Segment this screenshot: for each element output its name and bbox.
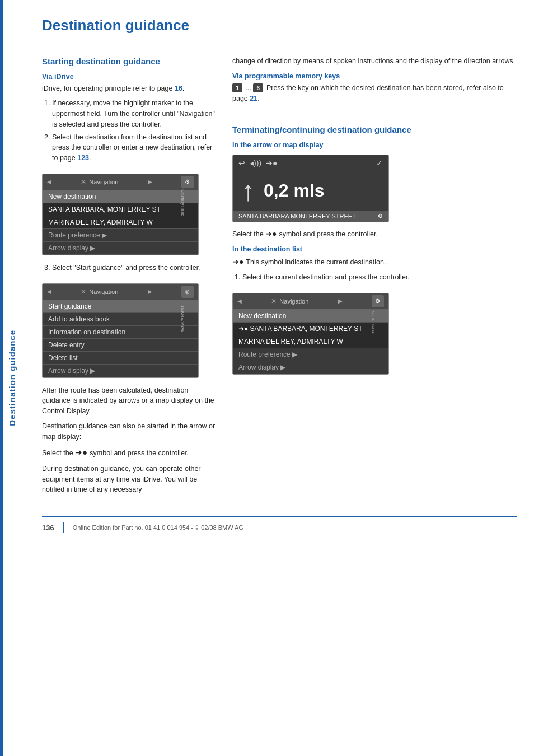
- nav-screen-2-header: ◀ ✕ Navigation ▶ ◎: [43, 284, 198, 300]
- nav-screen-2-wrap: ◀ ✕ Navigation ▶ ◎ Start guidance Add to…: [42, 278, 199, 384]
- distance-text: 0,2 mls: [264, 180, 325, 201]
- idrive-steps: If necessary, move the highlight marker …: [42, 98, 216, 164]
- nav-item-new-dest: New destination: [43, 190, 198, 203]
- footer-bar: [63, 522, 64, 533]
- section-divider: [232, 114, 517, 114]
- nav-action-icon: ➜●: [266, 158, 277, 167]
- watermark-3: 1S3U4E7M3A9: [371, 309, 374, 335]
- sidebar-bar: [0, 0, 3, 756]
- after-route-para2: Destination guidance can also be started…: [42, 421, 216, 442]
- nav2-info-dest: Information on destination: [43, 326, 198, 339]
- idrive-steps-2: Select "Start guidance" and press the co…: [42, 263, 216, 273]
- dest-symbol-2: ➜●: [232, 257, 246, 266]
- nav3-marina: MARINA DEL REY, ADMIRALTY W: [233, 335, 388, 348]
- footer: 136 Online Edition for Part no. 01 41 0 …: [42, 516, 517, 533]
- nav-settings-icon: ⚙: [181, 176, 194, 188]
- nav3-new-dest: New destination: [233, 310, 388, 323]
- nav-title-1: ✕ Navigation: [81, 178, 118, 186]
- key-badge-6: 6: [253, 83, 263, 92]
- nav-screen-3-wrap: ◀ ✕ Navigation ▶ ⚙ New destination ➜● SA…: [232, 287, 389, 380]
- nav-item-santa-barbara: SANTA BARBARA, MONTERREY ST: [43, 203, 198, 216]
- nav-right-arrow: ▶: [148, 179, 152, 185]
- nav-item-marina: MARINA DEL REY, ADMIRALTY W: [43, 216, 198, 229]
- nav3-icon: ✕: [271, 297, 277, 305]
- page-ref-123: 123: [77, 154, 89, 162]
- street-bar: SANTA BARBARA MONTERREY STREET ⚙: [233, 211, 388, 222]
- nav2-left-arrow: ◀: [47, 288, 51, 295]
- nav2-delete-list: Delete list: [43, 352, 198, 365]
- via-idrive-intro: iDrive, for operating principle refer to…: [42, 83, 216, 94]
- nav2-settings-icon: ◎: [181, 286, 194, 298]
- nav2-delete-entry: Delete entry: [43, 339, 198, 352]
- nav3-route-pref: Route preference ▶: [233, 348, 388, 361]
- right-column: change of direction by means of spoken i…: [232, 56, 517, 500]
- after-route-para1: After the route has been calculated, des…: [42, 385, 216, 417]
- watermark-1: Courtesy iTaalo: [180, 189, 184, 216]
- dest-symbol-inline: ➜●: [265, 229, 279, 238]
- after-route-para2b: Select the ➜● symbol and press the contr…: [42, 446, 216, 459]
- nav3-settings-icon: ⚙: [372, 295, 384, 307]
- nav-screen-3: ◀ ✕ Navigation ▶ ⚙ New destination ➜● SA…: [232, 293, 389, 375]
- checkmark-icon: ✓: [376, 158, 383, 167]
- nav3-santa-barbara: ➜● SANTA BARBARA, MONTERREY ST: [233, 323, 388, 335]
- arrow-display: ↩ ◂))) ➜● ✓ ↑ 0,2 mls SANTA BARBARA MONT…: [232, 155, 389, 222]
- dest-list-step-1: Select the current destination and press…: [242, 272, 517, 283]
- page-title: Destination guidance: [42, 17, 517, 39]
- page-ref-16: 16: [175, 85, 182, 92]
- nav-icon: ✕: [81, 178, 86, 186]
- street-icon: ⚙: [378, 213, 383, 219]
- nav-screen-1-header: ◀ ✕ Navigation ▶ ⚙: [43, 174, 198, 190]
- footer-text: Online Edition for Part no. 01 41 0 014 …: [73, 524, 243, 531]
- idrive-step-2: Select the destination from the destinat…: [52, 132, 216, 164]
- nav-title-2: ✕ Navigation: [81, 288, 118, 296]
- two-column-layout: Starting destination guidance Via iDrive…: [42, 56, 517, 500]
- nav2-add-address: Add to address book: [43, 313, 198, 326]
- in-dest-list-heading: In the destination list: [232, 245, 517, 253]
- nav-left-arrow: ◀: [47, 179, 51, 185]
- nav3-arrow-display: Arrow display ▶: [233, 361, 388, 374]
- sidebar-label: Destination guidance: [7, 330, 17, 426]
- nav3-left-arrow: ◀: [237, 298, 242, 304]
- nav-screen-1: ◀ ✕ Navigation ▶ ⚙ New destination SANTA…: [42, 174, 199, 255]
- dest-list-desc: ➜● This symbol indicates the current des…: [232, 256, 517, 268]
- main-content: Destination guidance Starting destinatio…: [31, 0, 534, 550]
- in-arrow-heading: In the arrow or map display: [232, 141, 517, 149]
- right-para1: change of direction by means of spoken i…: [232, 56, 517, 67]
- back-icon: ↩: [238, 158, 245, 167]
- sidebar: Destination guidance: [0, 0, 24, 756]
- after-route-para3: During destination guidance, you can ope…: [42, 464, 216, 495]
- nav2-icon: ✕: [81, 288, 86, 296]
- left-column: Starting destination guidance Via iDrive…: [42, 56, 216, 500]
- footer-page-number: 136: [42, 524, 54, 532]
- starting-guidance-heading: Starting destination guidance: [42, 56, 216, 67]
- nav-screen-2: ◀ ✕ Navigation ▶ ◎ Start guidance Add to…: [42, 283, 199, 378]
- idrive-step-3: Select "Start guidance" and press the co…: [52, 263, 216, 273]
- via-idrive-heading: Via iDrive: [42, 73, 216, 81]
- terminating-heading: Terminating/continuing destination guida…: [232, 124, 517, 136]
- nav2-start-guidance: Start guidance: [43, 300, 198, 313]
- via-prog-text-block: 1 ... 6 Press the key on which the desir…: [232, 83, 517, 104]
- nav-item-arrow-display: Arrow display ▶: [43, 242, 198, 255]
- nav3-right-arrow: ▶: [338, 298, 343, 304]
- nav2-right-arrow: ▶: [148, 288, 152, 295]
- page-ref-21: 21: [250, 95, 257, 102]
- via-prog-heading: Via programmable memory keys: [232, 72, 517, 80]
- nav-title-3: ✕ Navigation: [271, 297, 308, 305]
- nav-screen-3-header: ◀ ✕ Navigation ▶ ⚙: [233, 293, 388, 310]
- nav-screen-1-wrap: ◀ ✕ Navigation ▶ ⚙ New destination SANTA…: [42, 168, 199, 261]
- street-name: SANTA BARBARA MONTERREY STREET: [238, 213, 356, 220]
- idrive-step-1: If necessary, move the highlight marker …: [52, 98, 216, 129]
- nav-symbol-inline: ➜●: [75, 447, 90, 457]
- select-symbol-text: Select the ➜● symbol and press the contr…: [232, 228, 517, 240]
- arrow-display-top: ↩ ◂))) ➜● ✓: [233, 155, 388, 171]
- nav-item-route-pref: Route preference ▶: [43, 229, 198, 242]
- arrow-display-main: ↑ 0,2 mls: [233, 171, 388, 211]
- key-badge-1: 1: [232, 83, 242, 92]
- direction-arrow: ↑: [241, 177, 255, 205]
- watermark-2: 1S3U4E7M3A9: [180, 305, 184, 332]
- sound-icon: ◂))): [250, 158, 261, 167]
- dest-list-steps: Select the current destination and press…: [232, 272, 517, 283]
- right-section-intro: change of direction by means of spoken i…: [232, 56, 517, 104]
- nav2-arrow-display: Arrow display ▶: [43, 365, 198, 377]
